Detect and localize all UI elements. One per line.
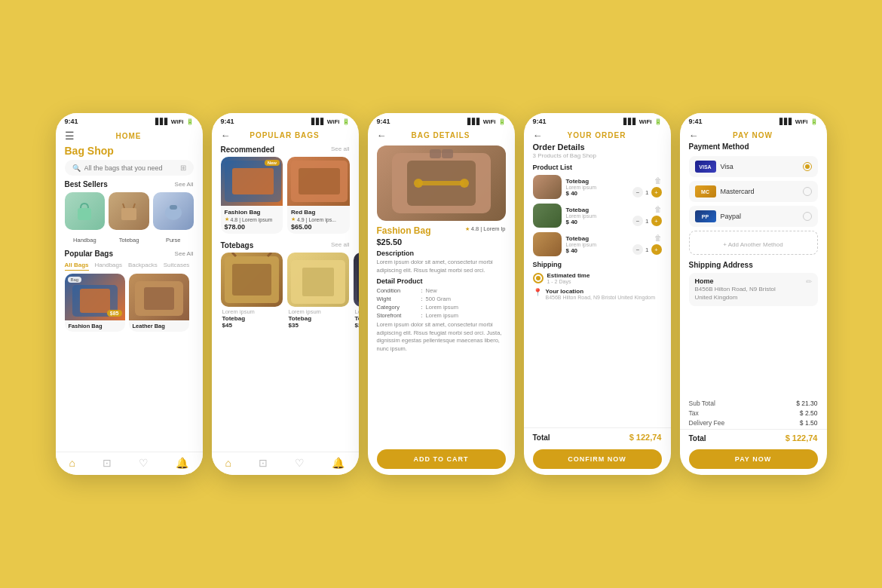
tab-handbags[interactable]: Handbags <box>95 262 122 271</box>
payment-visa[interactable]: VISA Visa <box>689 156 818 177</box>
totebag-img-1 <box>221 253 283 307</box>
rec-card-red[interactable]: Red Bag ★ 4.9 | Lorem ips... $65.00 <box>287 157 350 234</box>
qty-val-2: 1 <box>645 218 648 225</box>
pay-now-btn[interactable]: PAY NOW <box>689 449 818 469</box>
delete-icon-3[interactable]: 🗑 <box>654 234 662 242</box>
rec-red-rating: 4.9 | Lorem ips... <box>297 217 336 222</box>
pay-delivery-label: Delivery Fee <box>689 419 725 427</box>
confirm-btn[interactable]: CONFIRM NOW <box>533 449 662 469</box>
home-nav-btn-2[interactable]: ⌂ <box>225 457 231 469</box>
back-btn-5[interactable]: ← <box>689 130 699 141</box>
delete-icon-1[interactable]: 🗑 <box>654 176 662 185</box>
order-total-label: Total <box>533 433 550 442</box>
totebags-title: Totebags <box>221 241 254 250</box>
time-3: 9:41 <box>377 118 390 125</box>
notif-nav-btn-2[interactable]: 🔔 <box>332 457 345 469</box>
order-item-price-3: $ 40 <box>566 247 629 254</box>
totebag-1[interactable]: Lorem ipsum Totebag $45 <box>221 253 283 329</box>
visa-radio[interactable] <box>803 162 812 171</box>
rec-card-fashion[interactable]: New Fashion Bag ★ 4.8 | Lorem ipsum $78.… <box>221 157 283 234</box>
shipping-estimated: Estimated time 1 - 2 Days <box>533 272 662 284</box>
qty-plus-2[interactable]: + <box>651 216 662 226</box>
svg-rect-21 <box>442 149 453 158</box>
delete-icon-2[interactable]: 🗑 <box>654 205 662 213</box>
totebag-svg-1 <box>221 253 283 307</box>
recommended-see-all[interactable]: See all <box>331 145 349 154</box>
wifi-icon: WiFi <box>171 118 184 125</box>
status-bar-4: 9:41 ▋▋▋ WiFi 🔋 <box>524 113 671 127</box>
tab-backpacks[interactable]: Backpacks <box>128 262 158 271</box>
popular-nav-title: POPULAR BAGS <box>250 131 320 139</box>
qty-plus-1[interactable]: + <box>651 187 662 198</box>
pay-tax-val: $ 2.50 <box>800 409 818 417</box>
handbag-label: Handbag <box>73 237 96 243</box>
tab-all-bags[interactable]: All Bags <box>65 262 89 271</box>
back-btn-2[interactable]: ← <box>221 130 231 141</box>
totebag-img <box>109 192 149 230</box>
best-sellers-title: Best Sellers <box>65 180 108 188</box>
pay-summary: Sub Total $ 21.30 Tax $ 2.50 Delivery Fe… <box>680 400 827 429</box>
tab-suitcases[interactable]: Suitcases <box>164 262 190 271</box>
qty-minus-1[interactable]: − <box>632 187 643 198</box>
add-to-cart-btn[interactable]: ADD TO CART <box>377 449 506 469</box>
qty-minus-2[interactable]: − <box>632 216 643 226</box>
shipping-addr-title: Shipping Address <box>689 261 818 269</box>
payment-mastercard[interactable]: MC Mastercard <box>689 181 818 202</box>
totebag-2[interactable]: Lorem ipsum Totebag $35 <box>287 253 349 329</box>
totebags-see-all[interactable]: See all <box>331 241 349 250</box>
notif-nav-btn[interactable]: 🔔 <box>176 457 188 469</box>
qty-minus-3[interactable]: − <box>632 244 643 255</box>
signal-icon-4: ▋▋▋ <box>623 118 637 125</box>
bestseller-handbag[interactable]: Handbag <box>65 192 106 245</box>
bestseller-totebag[interactable]: Totebag <box>109 192 149 245</box>
order-item-img-1 <box>533 175 562 199</box>
shipping-location: 📍 Your location B456B Hilton Road, N9 Br… <box>533 288 662 300</box>
svg-rect-11 <box>299 168 340 194</box>
wishlist-nav-btn-2[interactable]: ♡ <box>295 457 305 469</box>
shipping-info-title-1: Estimated time <box>547 272 590 279</box>
home-nav-btn[interactable]: ⌂ <box>69 457 75 469</box>
visa-icon: VISA <box>695 161 716 173</box>
back-btn-3[interactable]: ← <box>377 130 387 141</box>
totebag-label-2: Lorem ipsum <box>287 308 349 315</box>
search-bar[interactable]: 🔍 ⊞ <box>65 160 194 176</box>
bag-badge: Bag <box>68 277 82 283</box>
edit-addr-icon[interactable]: ✏ <box>806 277 812 286</box>
pay-subtotal-row: Sub Total $ 21.30 <box>689 400 818 407</box>
qty-plus-3[interactable]: + <box>651 244 662 255</box>
filter-icon[interactable]: ⊞ <box>180 164 186 172</box>
back-btn-4[interactable]: ← <box>533 130 543 141</box>
totebag-3[interactable]: Lorem ipsum Totebag $30 <box>354 253 359 329</box>
wifi-icon-2: WiFi <box>327 118 340 125</box>
totebag-price-2: $35 <box>287 322 349 329</box>
add-method-btn[interactable]: + Add Another Method <box>689 231 818 255</box>
cart-nav-btn[interactable]: ⊡ <box>103 457 112 469</box>
recommended-title: Recommended <box>221 145 275 154</box>
cart-nav-btn-2[interactable]: ⊡ <box>259 457 268 469</box>
wishlist-nav-btn[interactable]: ♡ <box>139 457 149 469</box>
visa-label: Visa <box>721 163 798 170</box>
search-input[interactable] <box>84 164 176 172</box>
bag-rating-row: ★ 4.8 | Lorem lp <box>465 225 506 232</box>
order-item-info-1: Totebag Lorem ipsum $ 40 <box>566 178 629 197</box>
popular-item-fashion[interactable]: Bag $85 Fashion Bag <box>65 274 125 332</box>
order-total-row: Total $ 122,74 <box>524 427 671 446</box>
best-sellers-see-all[interactable]: See All <box>175 181 194 188</box>
mc-radio[interactable] <box>803 187 812 196</box>
totebag-svg-3 <box>354 253 359 307</box>
bestseller-purse[interactable]: Purse <box>153 192 194 245</box>
order-item-3: Totebag Lorem ipsum $ 40 🗑 − 1 + <box>533 232 662 256</box>
rec-red-svg <box>287 157 350 206</box>
popular-bags-see-all[interactable]: See All <box>175 250 194 257</box>
popular-bags-tabs: All Bags Handbags Backpacks Suitcases <box>56 262 203 274</box>
order-section: Order Details 3 Products of Bag Shop Pro… <box>524 142 671 427</box>
svg-rect-5 <box>80 289 110 313</box>
home-nav-title: HOME <box>116 132 142 140</box>
rec-fashion-info: Fashion Bag ★ 4.8 | Lorem ipsum $78.00 <box>221 206 283 234</box>
time-1: 9:41 <box>65 118 78 125</box>
popular-item-leather[interactable]: Leather Bag <box>129 274 189 332</box>
pp-radio[interactable] <box>803 212 812 221</box>
payment-paypal[interactable]: PP Paypal <box>689 206 818 227</box>
shipping-info-title-2: Your location <box>546 288 656 295</box>
menu-icon[interactable]: ☰ <box>65 130 75 142</box>
